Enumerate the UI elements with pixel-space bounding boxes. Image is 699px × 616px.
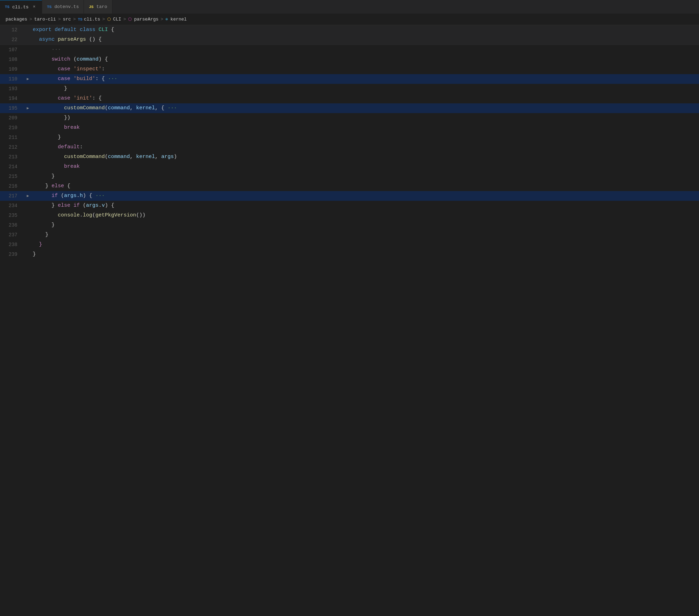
line-content: } <box>31 172 699 181</box>
token-text-normal <box>52 27 55 33</box>
line-content: } <box>31 220 699 230</box>
token-text-normal: } <box>64 86 67 92</box>
token-text-normal: : <box>102 66 105 72</box>
fold-arrow[interactable]: ▶ <box>24 191 31 201</box>
line-number: 209 <box>0 113 24 123</box>
line-number: 211 <box>0 133 24 142</box>
code-line: 214 break <box>0 162 699 172</box>
fold-arrow[interactable]: ▶ <box>24 103 31 113</box>
tab-label-dotenv-ts: dotenv.ts <box>54 4 79 9</box>
token-text-normal: . <box>99 203 102 208</box>
prop-icon: ⊕ <box>165 17 170 22</box>
token-text-normal <box>77 27 80 33</box>
token-var: kernel <box>136 154 155 160</box>
tab-taro[interactable]: JStaro <box>84 0 112 14</box>
code-line: 109 case 'inspect': <box>0 64 699 74</box>
token-text-normal: ) { <box>99 56 108 62</box>
token-text-normal: . <box>77 193 80 199</box>
code-line: 238 } <box>0 240 699 250</box>
token-text-normal: } <box>52 173 55 179</box>
token-fn-name: log <box>83 212 92 218</box>
code-line: 235 console.log(getPkgVersion()) <box>0 211 699 220</box>
line-number: 194 <box>0 94 24 103</box>
method-icon: ⬡ <box>128 17 134 22</box>
tab-close-cli-ts[interactable]: × <box>31 4 37 10</box>
line-content: default: <box>31 142 699 152</box>
token-text-normal: . <box>80 212 83 218</box>
breadcrumb-method-ref: ⬡ parseArgs <box>128 17 158 22</box>
line-content: } <box>31 84 699 94</box>
code-line: 239} <box>0 250 699 259</box>
token-kw-async: async <box>39 37 55 42</box>
token-kw-case: case <box>58 95 70 101</box>
token-text-normal: : { <box>92 95 102 101</box>
token-kw-case: case <box>58 76 70 82</box>
tab-icon-cli-ts: TS <box>5 5 9 9</box>
breadcrumb-sep: > <box>73 17 76 22</box>
token-text-normal: ) { <box>105 203 114 208</box>
tab-dotenv-ts[interactable]: TSdotenv.ts <box>42 0 84 14</box>
line-number: 213 <box>0 152 24 162</box>
token-string: 'init' <box>73 95 92 101</box>
token-text-normal: ( <box>92 212 95 218</box>
tab-bar: TScli.ts×TSdotenv.tsJStaro <box>0 0 699 14</box>
class-icon: ⬡ <box>107 17 113 22</box>
breadcrumb-item: cli.ts <box>84 17 100 22</box>
token-text-normal: { <box>64 183 70 189</box>
token-kw-case: case <box>58 66 70 72</box>
line-content: export default class CLI { <box>31 25 699 35</box>
token-text-normal <box>70 76 73 82</box>
line-content: customCommand(command, kernel, args) <box>31 152 699 162</box>
line-content: if (args.h) { ··· <box>31 191 699 201</box>
line-number: 107 <box>0 45 24 55</box>
line-number: 109 <box>0 64 24 74</box>
code-line: 236 } <box>0 220 699 230</box>
line-content: case 'build': { ··· <box>31 74 699 84</box>
fold-arrow[interactable]: ▶ <box>24 74 31 84</box>
breadcrumb-prop-ref: ⊕ kernel <box>165 17 187 22</box>
line-number: 214 <box>0 162 24 172</box>
token-text-normal: , <box>130 154 136 160</box>
breadcrumb: packages>taro-cli>src>TScli.ts>⬡ CLI>⬡ p… <box>0 14 699 25</box>
breadcrumb-sep: > <box>160 17 163 22</box>
token-text-normal: } <box>52 203 58 208</box>
line-content: } <box>31 133 699 142</box>
token-kw-if: if <box>52 193 58 199</box>
code-line: 209 }) <box>0 113 699 123</box>
line-number: 216 <box>0 181 24 191</box>
token-text-normal: } <box>52 222 55 228</box>
token-var: args <box>86 203 99 208</box>
token-var: kernel <box>136 105 155 111</box>
token-text-normal <box>55 37 58 42</box>
token-kw-break: break <box>64 164 80 169</box>
app-container: TScli.ts×TSdotenv.tsJStaro packages>taro… <box>0 0 699 259</box>
token-text-normal: }) <box>64 115 70 121</box>
line-content: } <box>31 240 699 250</box>
tab-cli-ts[interactable]: TScli.ts× <box>0 0 42 14</box>
code-line: 193 } <box>0 84 699 94</box>
token-var: args <box>64 193 77 199</box>
token-text-normal: { <box>108 27 114 33</box>
token-comment-dots: ··· <box>95 193 105 199</box>
line-number: 22 <box>0 35 24 45</box>
line-content: } <box>31 250 699 259</box>
line-content: async parseArgs () { <box>31 35 699 45</box>
token-var: command <box>108 154 130 160</box>
line-number: 195 <box>0 103 24 113</box>
breadcrumb-item: src <box>63 17 71 22</box>
line-content: console.log(getPkgVersion()) <box>31 211 699 220</box>
token-text-normal <box>95 27 99 33</box>
code-area: 12export default class CLI {22 async par… <box>0 25 699 259</box>
token-text-normal: ( <box>80 203 86 208</box>
code-line: 110▶ case 'build': { ··· <box>0 74 699 84</box>
code-line: 12export default class CLI { <box>0 25 699 35</box>
line-number: 108 <box>0 55 24 64</box>
token-text-normal: } <box>33 251 36 257</box>
code-line: 22 async parseArgs () { <box>0 35 699 45</box>
token-string: 'inspect' <box>73 66 102 72</box>
token-kw-else: else <box>58 203 70 208</box>
token-kw-default: default <box>55 27 77 33</box>
token-text-normal: ()) <box>136 212 146 218</box>
code-line: 237 } <box>0 230 699 240</box>
line-number: 215 <box>0 172 24 181</box>
